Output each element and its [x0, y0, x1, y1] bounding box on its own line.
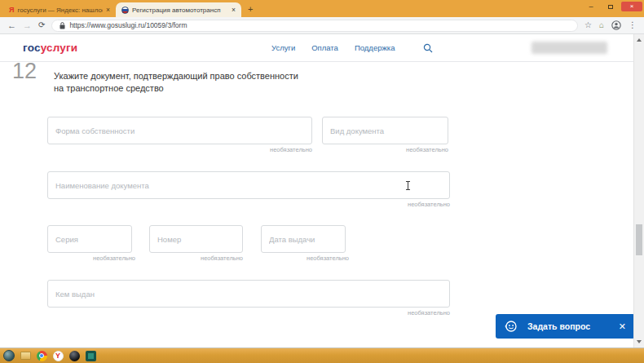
nav-item-oplata[interactable]: Оплата	[311, 43, 338, 52]
optional-label: необязательно	[47, 201, 450, 208]
taskbar-chrome-button[interactable]	[36, 350, 47, 361]
russia-flag-favicon-icon	[121, 7, 129, 14]
form-title-line2: на транспортное средство	[54, 82, 298, 95]
window-controls: – ×	[582, 2, 642, 11]
scroll-up-button[interactable]	[634, 35, 644, 45]
chat-label: Задать вопрос	[527, 321, 590, 331]
bookmark-star-icon[interactable]: ☆	[584, 21, 592, 29]
taskbar: Y	[0, 348, 644, 363]
nav-item-uslugi[interactable]: Услуги	[271, 43, 295, 52]
site-header: госуслуги Услуги Оплата Поддержка	[0, 34, 633, 62]
gosuslugi-logo[interactable]: госуслуги	[23, 42, 77, 54]
menu-dots-icon[interactable]: ⋮	[629, 21, 637, 29]
optional-label: необязательно	[322, 146, 448, 153]
folder-icon	[20, 352, 31, 360]
green-app-icon	[86, 351, 96, 361]
page-viewport: госуслуги Услуги Оплата Поддержка 12 Ука…	[0, 34, 644, 348]
chat-close-icon[interactable]: ✕	[619, 322, 626, 331]
taskbar-explorer-button[interactable]	[20, 350, 31, 361]
start-button[interactable]	[3, 350, 15, 361]
taskbar-yandex-button[interactable]: Y	[52, 350, 64, 361]
logo-part-red: услуги	[41, 42, 78, 54]
nav-item-podderzhka[interactable]: Поддержка	[355, 43, 395, 52]
lock-icon	[60, 22, 65, 29]
main-nav: Услуги Оплата Поддержка	[271, 43, 395, 52]
dark-sphere-icon	[69, 351, 80, 361]
url-text: https://www.gosuslugi.ru/10059/3/form	[69, 21, 187, 29]
logo-part-blue: гос	[23, 42, 41, 54]
form-title-line1: Укажите документ, подтверждающий право с…	[54, 70, 298, 82]
chat-agent-icon	[505, 320, 518, 333]
document-name-input[interactable]	[47, 171, 450, 199]
arrow-down-icon	[637, 340, 642, 343]
issued-by-input[interactable]	[47, 280, 450, 308]
optional-label: необязательно	[259, 255, 349, 262]
yandex-favicon-icon: Я	[9, 6, 14, 14]
scrollbar[interactable]	[633, 34, 644, 348]
tab-title: Регистрация автомототрансп	[132, 7, 228, 14]
reload-button[interactable]: ⟳	[38, 21, 45, 29]
browser-toolbar: ← → ⟳ https://www.gosuslugi.ru/10059/3/f…	[0, 17, 644, 34]
restore-button[interactable]	[602, 2, 620, 11]
forward-button[interactable]: →	[23, 21, 32, 30]
form-title: Укажите документ, подтверждающий право с…	[54, 70, 298, 95]
toolbar-right-icons: ☆ ⌂ ⋮	[584, 20, 637, 30]
optional-label: необязательно	[47, 146, 312, 153]
tab-close-icon[interactable]: ×	[106, 7, 110, 14]
tab-gosuslugi-form[interactable]: Регистрация автомототрансп ×	[116, 2, 241, 17]
optional-label: необязательно	[153, 255, 243, 262]
close-window-button[interactable]: ×	[621, 2, 642, 11]
start-orb-icon	[3, 350, 15, 361]
scroll-thumb[interactable]	[636, 224, 642, 255]
back-button[interactable]: ←	[7, 21, 16, 30]
tab-close-icon[interactable]: ×	[232, 7, 236, 14]
user-name-blurred[interactable]	[532, 42, 607, 54]
taskbar-media-button[interactable]	[68, 350, 80, 361]
optional-label: необязательно	[46, 255, 135, 262]
taskbar-app-button[interactable]	[85, 350, 96, 361]
yandex-browser-icon: Y	[53, 351, 64, 361]
tab-strip: Я госуслуги — Яндекс: нашлось × Регистра…	[0, 0, 644, 17]
number-input[interactable]	[149, 225, 243, 253]
ownership-form-input[interactable]	[47, 117, 312, 144]
new-tab-button[interactable]: +	[248, 5, 253, 14]
tab-title: госуслуги — Яндекс: нашлось	[17, 7, 103, 14]
search-icon[interactable]	[423, 43, 433, 53]
issue-date-input[interactable]	[261, 225, 346, 253]
home-icon[interactable]: ⌂	[599, 21, 604, 29]
arrow-up-icon	[637, 38, 642, 42]
chrome-icon	[37, 351, 47, 361]
document-type-input[interactable]	[322, 117, 448, 144]
series-input[interactable]	[47, 225, 132, 253]
optional-label: необязательно	[47, 309, 450, 317]
tab-yandex-search[interactable]: Я госуслуги — Яндекс: нашлось ×	[3, 2, 116, 17]
scroll-down-button[interactable]	[634, 337, 644, 347]
profile-icon[interactable]	[611, 20, 621, 30]
address-bar[interactable]: https://www.gosuslugi.ru/10059/3/form	[51, 20, 578, 32]
chat-button[interactable]: Задать вопрос ✕	[496, 314, 635, 339]
minimize-button[interactable]: –	[582, 2, 600, 11]
restore-icon	[608, 5, 613, 9]
text-cursor	[406, 181, 410, 190]
browser-window: Я госуслуги — Яндекс: нашлось × Регистра…	[0, 0, 644, 363]
step-number: 12	[12, 59, 37, 84]
